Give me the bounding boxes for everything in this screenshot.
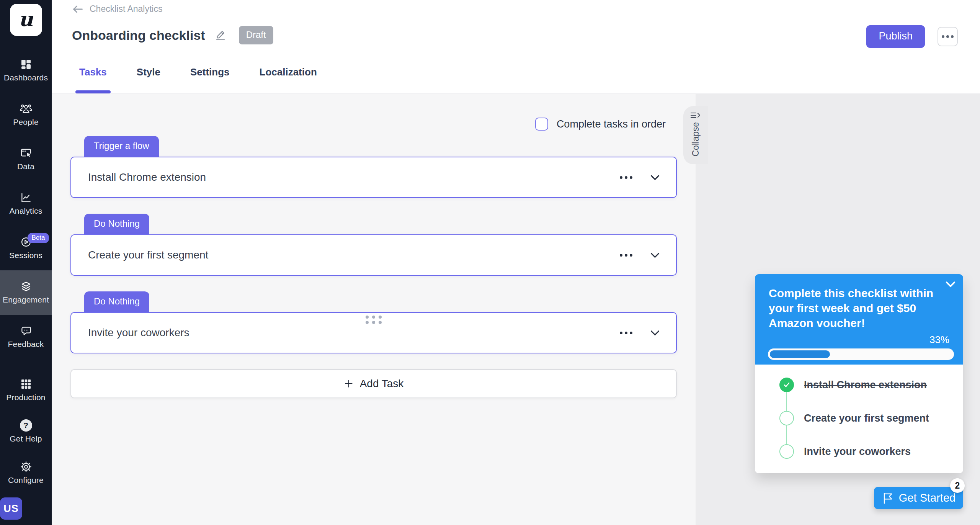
userpilot-logo[interactable]: u [10,4,42,36]
help-icon: ? [20,419,32,432]
dashboards-icon [20,58,32,70]
sidebar-item-production[interactable]: Production [0,370,52,411]
sidebar-item-label: Dashboards [4,73,48,82]
sidebar-item-people[interactable]: People [0,93,52,137]
task-card[interactable]: Install Chrome extension [70,157,677,198]
task-options-button[interactable] [619,174,633,181]
chevron-down-icon[interactable] [649,250,661,260]
checklist-headline: Complete this checklist within your firs… [769,286,949,330]
header-actions: Publish [866,25,958,48]
progress-percent: 33% [769,334,949,346]
task-trigger-badge[interactable]: Do Nothing [84,214,149,234]
sidebar-item-label: Engagement [3,295,49,304]
sidebar-item-data[interactable]: Data [0,137,52,182]
ellipsis-icon [942,35,944,38]
publish-button[interactable]: Publish [866,25,925,48]
complete-in-order-label: Complete tasks in order [557,118,666,130]
get-started-launcher-button[interactable]: Get Started [874,487,963,509]
preview-task-label: Create your first segment [804,412,929,424]
logo-letter: u [19,7,33,31]
sidebar-item-label: Data [17,162,34,171]
tab-bar: Tasks Style Settings Localization [79,66,317,93]
checklist-preview-header: Complete this checklist within your firs… [755,274,963,365]
preview-task-item[interactable]: Install Chrome extension [779,378,963,392]
plus-icon [344,379,354,389]
flag-icon [882,492,894,505]
people-icon [20,103,33,115]
preview-task-item[interactable]: Invite your coworkers [779,444,963,459]
gear-icon [20,461,32,473]
page-title: Onboarding checklist [72,28,205,43]
task-trigger-badge[interactable]: Do Nothing [84,291,149,312]
collapse-panel-tab[interactable]: Collapse [683,106,708,164]
empty-circle-icon [779,411,794,425]
empty-circle-icon [779,444,794,459]
task-card[interactable]: Invite your coworkers [70,312,677,353]
sidebar-item-label: People [13,118,39,127]
back-arrow-icon [72,4,83,14]
preview-panel: Collapse Complete this checklist within … [696,94,980,525]
drag-handle[interactable] [366,316,382,324]
breadcrumb[interactable]: Checklist Analytics [72,4,162,14]
progress-bar-fill [770,350,830,358]
add-task-button[interactable]: Add Task [70,369,677,398]
title-row: Onboarding checklist Draft [72,26,273,44]
preview-task-label: Invite your coworkers [804,446,911,458]
task-trigger-badge[interactable]: Trigger a flow [84,136,159,157]
data-icon [20,147,32,159]
edit-pencil-icon[interactable] [214,29,227,41]
sidebar-item-configure[interactable]: Configure [0,452,52,494]
analytics-icon [20,191,32,204]
checklist-preview-widget: Complete this checklist within your firs… [755,274,963,473]
tab-settings[interactable]: Settings [190,66,230,93]
check-circle-icon [779,378,794,392]
launcher-label: Get Started [899,492,956,504]
sidebar-item-sessions[interactable]: Beta Sessions [0,226,52,270]
task-title: Install Chrome extension [88,171,619,183]
sidebar-item-engagement[interactable]: Engagement [0,270,52,315]
preview-task-label: Install Chrome extension [804,379,927,391]
beta-badge: Beta [28,233,49,243]
progress-bar [768,348,954,360]
chevron-down-icon[interactable] [649,327,661,338]
sidebar-item-analytics[interactable]: Analytics [0,182,52,226]
tasks-editor-canvas: Complete tasks in order Trigger a flow I… [52,94,696,525]
complete-in-order-row: Complete tasks in order [535,118,666,131]
sidebar-nav: Dashboards People Data [0,48,52,525]
sidebar-item-label: Sessions [9,251,42,260]
sidebar-item-label: Production [6,393,45,402]
status-badge: Draft [239,26,273,44]
task-card[interactable]: Create your first segment [70,234,677,276]
sidebar: u Dashboards People [0,0,52,525]
user-avatar[interactable]: US [0,497,22,520]
tab-tasks[interactable]: Tasks [79,66,107,93]
feedback-icon [20,325,32,337]
preview-task-item[interactable]: Create your first segment [779,411,963,425]
chevron-down-icon[interactable] [649,172,661,183]
page-header: Checklist Analytics Onboarding checklist… [52,0,980,94]
task-list: Trigger a flow Install Chrome extension … [70,136,677,398]
task-options-button[interactable] [619,252,633,259]
tab-localization[interactable]: Localization [260,66,317,93]
complete-in-order-checkbox[interactable] [535,118,548,131]
sidebar-item-label: Feedback [8,340,44,349]
task-options-button[interactable] [619,329,633,337]
sidebar-item-get-help[interactable]: ? Get Help [0,411,52,452]
sidebar-item-dashboards[interactable]: Dashboards [0,48,52,93]
more-menu-button[interactable] [938,27,958,46]
checklist-preview-items: Install Chrome extension Create your fir… [755,365,963,473]
sidebar-item-feedback[interactable]: Feedback [0,315,52,359]
collapse-label: Collapse [691,122,701,157]
engagement-icon [20,280,33,293]
sidebar-item-label: Configure [8,476,44,485]
task-title: Invite your coworkers [88,327,619,339]
sidebar-item-label: Get Help [10,434,42,443]
add-task-label: Add Task [360,378,404,390]
sidebar-item-label: Analytics [10,206,42,216]
production-icon [20,378,32,390]
tab-style[interactable]: Style [137,66,160,93]
breadcrumb-label: Checklist Analytics [90,4,162,14]
launcher-count-badge: 2 [950,478,965,493]
collapse-icon [690,111,701,119]
minimize-chevron-icon[interactable] [944,280,957,289]
